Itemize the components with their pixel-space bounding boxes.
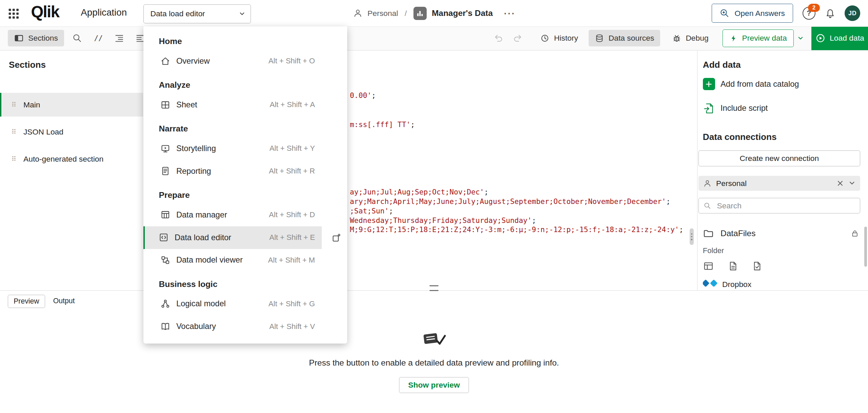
- open-answers-button[interactable]: Open Answers: [712, 4, 793, 23]
- code-line: 0.00';: [350, 91, 376, 100]
- clear-filter-x-icon[interactable]: [837, 180, 843, 186]
- code-line: m:ss[.fff] TT';: [350, 120, 415, 129]
- help-icon[interactable]: ? 2: [803, 7, 815, 20]
- menu-item-label: Data manager: [176, 210, 227, 220]
- section-item-main[interactable]: ⠿ Main: [0, 93, 143, 117]
- select-data-icon[interactable]: [751, 261, 763, 272]
- datafiles-connection-item[interactable]: DataFiles: [703, 227, 859, 240]
- drag-handle-icon[interactable]: ⠿: [11, 155, 16, 163]
- preview-data-label: Preview data: [742, 34, 787, 43]
- menu-group-header: Analyze: [159, 79, 347, 91]
- top-bar-actions: Open Answers ? 2 JD: [712, 0, 861, 26]
- sections-panel-icon: [14, 33, 24, 43]
- drag-handle-icon[interactable]: ⠿: [11, 128, 16, 136]
- search-icon[interactable]: [70, 30, 85, 46]
- table-data-icon[interactable]: [703, 261, 714, 272]
- section-item-json-load[interactable]: ⠿ JSON Load: [0, 120, 143, 144]
- comment-glyph: //: [94, 34, 103, 42]
- home-icon: [160, 56, 170, 66]
- drag-handle-icon[interactable]: ⠿: [11, 101, 16, 109]
- space-filter-value: Personal: [716, 179, 747, 188]
- menu-item-storytelling[interactable]: Storytelling Alt + Shift + Y: [143, 137, 322, 160]
- script-file-icon[interactable]: [727, 261, 738, 272]
- avatar[interactable]: JD: [845, 5, 860, 21]
- panel-drag-handle[interactable]: [430, 285, 438, 291]
- preview-check-icon: [422, 329, 446, 349]
- menu-item-reporting[interactable]: Reporting Alt + Shift + R: [143, 160, 322, 183]
- connection-label: Dropbox: [722, 280, 751, 289]
- reporting-icon: [160, 166, 170, 176]
- flash-icon: [729, 34, 737, 42]
- code-line: M;9:G;12:T;15:P;18:E;21:Z;24:Y;-3:m;-6:µ…: [350, 225, 684, 234]
- storytelling-icon: [160, 144, 170, 153]
- editor-toolbar: Sections // History: [0, 26, 868, 50]
- preview-empty-state: Press the button to enable a detailed da…: [0, 291, 868, 393]
- menu-item-vocabulary[interactable]: Vocabulary Alt + Shift + V: [143, 315, 322, 338]
- show-preview-button[interactable]: Show preview: [399, 377, 469, 393]
- open-in-new-tab-icon[interactable]: [329, 230, 343, 245]
- add-from-catalog-button[interactable]: Add from data catalog: [703, 78, 799, 90]
- menu-item-shortcut: Alt + Shift + D: [269, 210, 315, 219]
- history-button[interactable]: History: [534, 30, 584, 46]
- data-manager-icon: [160, 210, 170, 220]
- undo-icon[interactable]: [491, 30, 507, 46]
- show-preview-label: Show preview: [408, 380, 460, 390]
- indent-icon[interactable]: [112, 30, 127, 46]
- sheet-icon: [160, 100, 170, 110]
- menu-item-logical-model[interactable]: Logical model Alt + Shift + G: [143, 292, 322, 315]
- menu-group-header: Prepare: [159, 189, 347, 201]
- menu-item-label: Data load editor: [175, 233, 231, 242]
- data-connections-title: Data connections: [703, 132, 777, 142]
- space-filter-dropdown[interactable]: Personal: [698, 176, 860, 191]
- preview-data-split-chevron-icon[interactable]: [795, 30, 806, 46]
- code-line: ay;Jun;Jul;Aug;Sep;Oct;Nov;Dec';: [350, 187, 489, 197]
- menu-item-data-manager[interactable]: Data manager Alt + Shift + D: [143, 204, 322, 226]
- create-connection-button[interactable]: Create new connection: [698, 150, 860, 166]
- data-sources-button[interactable]: Data sources: [589, 30, 660, 46]
- menu-item-label: Reporting: [176, 167, 211, 176]
- folder-icon: [703, 228, 714, 239]
- notifications-bell-icon[interactable]: [825, 8, 835, 19]
- chevron-down-icon[interactable]: [849, 180, 855, 187]
- notification-badge: 2: [808, 4, 820, 12]
- app-name[interactable]: Manager's Data: [432, 8, 493, 18]
- menu-item-sheet[interactable]: Sheet Alt + Shift + A: [143, 94, 322, 116]
- top-bar: Qlik Application Data load editor Person…: [0, 0, 868, 27]
- connection-logo-diamonds-icon: [703, 281, 717, 286]
- app-window: Qlik Application Data load editor Person…: [0, 0, 868, 413]
- menu-item-label: Logical model: [176, 299, 226, 308]
- menu-item-data-load-editor[interactable]: Data load editor Alt + Shift + E: [143, 226, 322, 249]
- app-launcher-grid-icon[interactable]: [7, 7, 20, 20]
- breadcrumb-separator: /: [405, 9, 407, 18]
- history-clock-icon: [540, 34, 550, 43]
- menu-item-label: Storytelling: [176, 144, 216, 153]
- menu-item-data-model-viewer[interactable]: Data model viewer Alt + Shift + M: [143, 249, 322, 272]
- panel-resize-handle[interactable]: [690, 228, 693, 245]
- section-item-auto-generated[interactable]: ⠿ Auto-generated section: [0, 147, 143, 171]
- load-data-button[interactable]: Load data: [811, 26, 868, 50]
- create-connection-label: Create new connection: [740, 154, 819, 163]
- sections-list: ⠿ Main ⠿ JSON Load ⠿ Auto-generated sect…: [0, 93, 143, 174]
- panel-scrollbar[interactable]: [864, 227, 867, 267]
- redo-icon[interactable]: [510, 30, 525, 46]
- connection-item-partial[interactable]: Dropbox: [703, 279, 751, 290]
- breadcrumb: Personal / Manager's Data ⋯: [353, 0, 515, 26]
- menu-item-shortcut: Alt + Shift + G: [269, 300, 315, 308]
- app-options-menu-icon[interactable]: ⋯: [503, 11, 515, 16]
- view-switcher-dropdown[interactable]: Data load editor: [143, 4, 251, 23]
- debug-button[interactable]: Debug: [666, 30, 715, 46]
- menu-item-label: Data model viewer: [176, 255, 243, 265]
- menu-item-overview[interactable]: Overview Alt + Shift + O: [143, 50, 322, 73]
- preview-data-button[interactable]: Preview data: [723, 29, 794, 47]
- vocabulary-book-icon: [160, 322, 170, 331]
- sections-panel: Sections ⠿ Main ⠿ JSON Load ⠿ Auto-gener…: [0, 50, 144, 291]
- search-input[interactable]: [716, 201, 855, 211]
- connections-search-field[interactable]: [698, 198, 860, 213]
- plus-icon: [703, 78, 715, 90]
- comment-toggle-icon[interactable]: //: [91, 30, 106, 46]
- main-content: Sections ⠿ Main ⠿ JSON Load ⠿ Auto-gener…: [0, 50, 868, 291]
- space-name[interactable]: Personal: [368, 9, 398, 18]
- sections-toggle-button[interactable]: Sections: [8, 30, 64, 46]
- include-script-button[interactable]: Include script: [703, 102, 768, 115]
- code-line: ;Sat;Sun';: [350, 206, 393, 216]
